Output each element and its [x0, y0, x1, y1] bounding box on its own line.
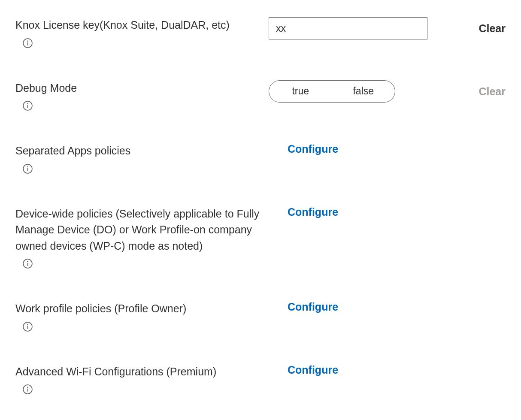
setting-row-separated-apps: Separated Apps policies Configure: [15, 143, 506, 176]
control-col: Clear: [269, 17, 506, 39]
setting-row-device-wide: Device-wide policies (Selectively applic…: [15, 206, 506, 271]
setting-row-debug-mode: Debug Mode true false Clear: [15, 80, 506, 113]
info-icon[interactable]: [22, 258, 33, 269]
setting-label: Knox License key(Knox Suite, DualDAR, et…: [15, 17, 269, 33]
configure-link[interactable]: Configure: [288, 143, 338, 155]
info-icon[interactable]: [22, 100, 33, 111]
control-wrapper: Configure: [269, 364, 338, 376]
svg-point-17: [27, 387, 28, 387]
info-icon[interactable]: [22, 163, 33, 174]
info-icon[interactable]: [22, 321, 33, 332]
label-col: Work profile policies (Profile Owner): [15, 301, 269, 334]
control-col: Configure: [269, 364, 506, 376]
configure-link[interactable]: Configure: [288, 206, 338, 218]
clear-button: Clear: [479, 80, 506, 98]
label-col: Separated Apps policies: [15, 143, 269, 176]
control-wrapper: Configure: [269, 206, 338, 218]
control-col: true false Clear: [269, 80, 506, 103]
svg-point-2: [27, 41, 28, 41]
setting-label: Debug Mode: [15, 80, 269, 97]
svg-point-14: [27, 324, 28, 325]
label-col: Advanced Wi-Fi Configurations (Premium): [15, 364, 269, 397]
control-wrapper: [269, 17, 427, 39]
control-wrapper: Configure: [269, 143, 338, 155]
toggle-false[interactable]: false: [332, 81, 395, 102]
setting-label: Separated Apps policies: [15, 143, 269, 159]
svg-point-8: [27, 166, 28, 167]
control-col: Configure: [269, 301, 506, 313]
setting-row-wifi-config: Advanced Wi-Fi Configurations (Premium) …: [15, 364, 506, 397]
setting-row-knox-license: Knox License key(Knox Suite, DualDAR, et…: [15, 17, 506, 50]
label-col: Debug Mode: [15, 80, 269, 113]
toggle-true[interactable]: true: [269, 81, 332, 102]
setting-row-work-profile: Work profile policies (Profile Owner) Co…: [15, 301, 506, 334]
svg-point-5: [27, 103, 28, 104]
label-col: Knox License key(Knox Suite, DualDAR, et…: [15, 17, 269, 50]
label-col: Device-wide policies (Selectively applic…: [15, 206, 269, 271]
knox-license-input[interactable]: [269, 17, 427, 39]
configure-link[interactable]: Configure: [288, 301, 338, 313]
info-icon[interactable]: [22, 38, 33, 48]
setting-label: Device-wide policies (Selectively applic…: [15, 206, 269, 254]
setting-label: Advanced Wi-Fi Configurations (Premium): [15, 364, 269, 380]
debug-mode-toggle: true false: [269, 80, 395, 103]
control-col: Configure: [269, 206, 506, 218]
info-icon[interactable]: [22, 384, 33, 395]
control-col: Configure: [269, 143, 506, 155]
control-wrapper: true false: [269, 80, 395, 103]
svg-point-11: [27, 261, 28, 262]
configure-link[interactable]: Configure: [288, 364, 338, 376]
clear-button[interactable]: Clear: [479, 17, 506, 35]
setting-label: Work profile policies (Profile Owner): [15, 301, 269, 317]
control-wrapper: Configure: [269, 301, 338, 313]
